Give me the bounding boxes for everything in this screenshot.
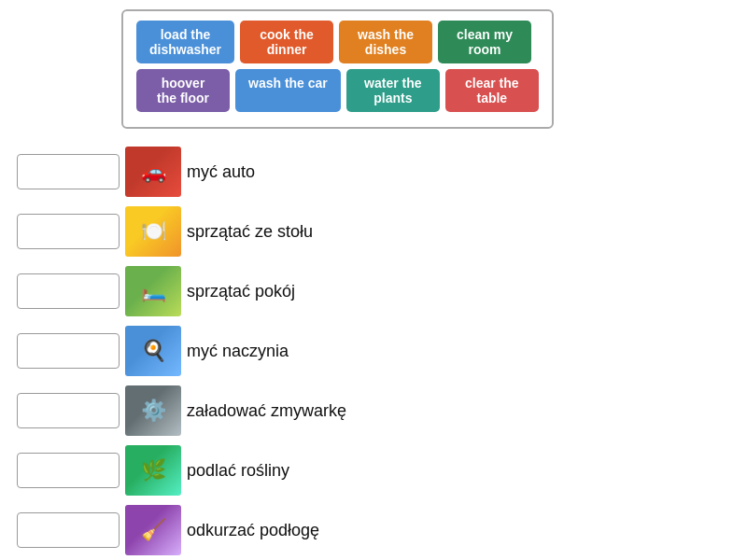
word-bank: load the dishwashercook the dinnerwash t… bbox=[9, 9, 738, 144]
match-list: 🚗myć auto🍽️sprzątać ze stołu🛏️sprzątać p… bbox=[9, 144, 738, 560]
match-row-row-dishes: 🍳myć naczynia bbox=[17, 323, 738, 379]
answer-box-row-hoover[interactable] bbox=[17, 512, 120, 548]
match-row-row-plants: 🌿podlać rośliny bbox=[17, 442, 738, 498]
word-bank-row-1: load the dishwashercook the dinnerwash t… bbox=[136, 21, 539, 63]
answer-box-row-car[interactable] bbox=[17, 154, 120, 189]
word-chip-clear-the-table[interactable]: clear the table bbox=[445, 69, 539, 112]
word-chip-cook-the-dinner[interactable]: cook the dinner bbox=[240, 21, 333, 63]
answer-box-row-plants[interactable] bbox=[17, 453, 120, 488]
word-chip-water-the-plants[interactable]: water the plants bbox=[346, 69, 440, 112]
match-row-row-dishwash: ⚙️załadować zmywarkę bbox=[17, 383, 738, 439]
answer-box-row-room[interactable] bbox=[17, 273, 120, 309]
match-image-row-room: 🛏️ bbox=[125, 266, 181, 316]
match-image-row-plants: 🌿 bbox=[125, 445, 181, 496]
word-chip-wash-the-dishes[interactable]: wash the dishes bbox=[339, 21, 432, 63]
match-row-row-car: 🚗myć auto bbox=[17, 144, 738, 200]
match-label-row-dishwash: załadować zmywarkę bbox=[187, 401, 346, 421]
match-label-row-table: sprzątać ze stołu bbox=[187, 222, 313, 242]
answer-box-row-dishes[interactable] bbox=[17, 333, 120, 369]
word-chip-load-the-dishwasher[interactable]: load the dishwasher bbox=[136, 21, 234, 63]
word-chip-wash-the-car[interactable]: wash the car bbox=[235, 69, 341, 112]
match-label-row-dishes: myć naczynia bbox=[187, 342, 289, 361]
match-image-row-table: 🍽️ bbox=[125, 206, 181, 257]
answer-box-row-dishwash[interactable] bbox=[17, 393, 120, 428]
match-row-row-hoover: 🧹odkurzać podłogę bbox=[17, 502, 738, 558]
match-label-row-room: sprzątać pokój bbox=[187, 282, 295, 301]
word-chip-hoover-the-floor[interactable]: hoover the floor bbox=[136, 69, 230, 112]
answer-box-row-table[interactable] bbox=[17, 214, 120, 249]
match-label-row-car: myć auto bbox=[187, 162, 255, 182]
word-bank-row-2: hoover the floorwash the carwater the pl… bbox=[136, 69, 539, 112]
match-label-row-hoover: odkurzać podłogę bbox=[187, 521, 319, 540]
match-image-row-dishes: 🍳 bbox=[125, 326, 181, 376]
match-image-row-hoover: 🧹 bbox=[125, 505, 181, 555]
match-image-row-dishwash: ⚙️ bbox=[125, 385, 181, 436]
word-chip-clean-my-room[interactable]: clean my room bbox=[438, 21, 531, 63]
match-image-row-car: 🚗 bbox=[125, 147, 181, 197]
match-row-row-room: 🛏️sprzątać pokój bbox=[17, 263, 738, 319]
match-label-row-plants: podlać rośliny bbox=[187, 461, 289, 481]
match-row-row-table: 🍽️sprzątać ze stołu bbox=[17, 203, 738, 259]
